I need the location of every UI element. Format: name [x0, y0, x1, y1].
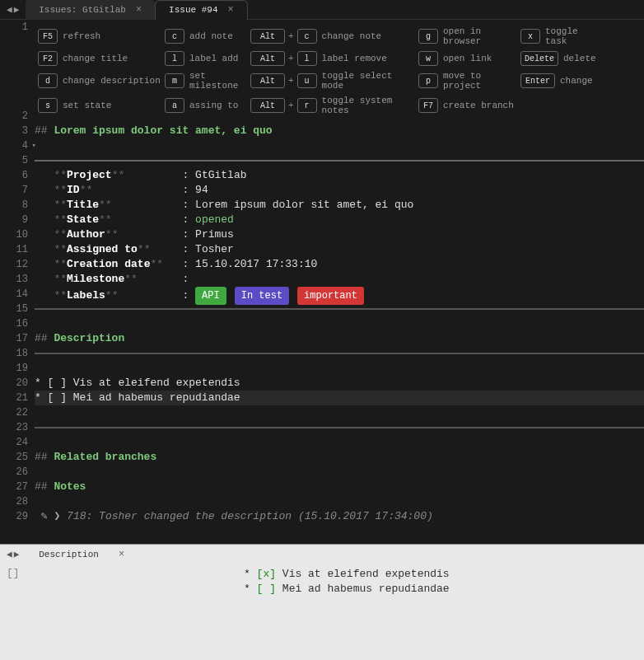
blank-line	[35, 361, 644, 376]
nav-back-icon[interactable]: ◀	[7, 4, 12, 15]
shortcut-item: Alt+rtoggle system notes	[250, 96, 415, 115]
shortcut-label: change	[560, 76, 593, 86]
horizontal-rule	[35, 346, 644, 361]
line-number: 13	[0, 272, 28, 287]
label-badge[interactable]: important	[297, 287, 364, 305]
shortcut-label: toggle system notes	[322, 96, 415, 115]
shortcut-label: assing to	[189, 101, 238, 110]
shortcut-label: change note	[322, 31, 382, 41]
line-number: 10	[0, 227, 28, 242]
shortcut-label: open link	[443, 54, 492, 63]
shortcut-item: pmove to project	[418, 71, 517, 91]
shortcut-label: change description	[63, 76, 161, 86]
shortcut-item: xtoggle task	[520, 26, 603, 46]
field-created: **Creation date** : 15.10.2017 17:33:10	[35, 257, 644, 272]
shortcut-item: F7create branch	[418, 96, 517, 115]
horizontal-rule	[35, 420, 644, 435]
field-author: **Author** : Primus	[35, 227, 644, 242]
tab-label: Issues: GtGitlab	[39, 5, 126, 15]
editor-content[interactable]: F5refreshcadd noteAlt+cchange notegopen …	[35, 20, 644, 544]
keyboard-key: m	[165, 73, 184, 88]
shortcut-item: Alt+cchange note	[250, 26, 415, 46]
task-item[interactable]: * [x] Vis at eleifend expetendis	[244, 567, 450, 582]
tab-description[interactable]: Description ×	[26, 545, 138, 564]
shortcut-label: open in browser	[443, 26, 517, 46]
shortcut-item: wopen link	[418, 51, 517, 66]
keyboard-key: Alt	[250, 51, 285, 66]
close-icon[interactable]: ×	[136, 4, 142, 16]
keyboard-key: a	[165, 98, 184, 113]
editor[interactable]: 1 2 3 4 5 6 7 8 9 10 11 12 13 14 15 16 1…	[0, 20, 644, 544]
keyboard-key: l	[297, 51, 317, 66]
shortcut-item: F5refresh	[38, 26, 161, 46]
line-number: 1	[0, 20, 28, 109]
shortcut-palette: F5refreshcadd noteAlt+cchange notegopen …	[35, 20, 644, 124]
line-number: 4	[0, 138, 28, 153]
close-icon[interactable]: ×	[228, 4, 234, 16]
line-number: 9	[0, 213, 28, 227]
line-number: 28	[0, 494, 28, 509]
line-number: 14	[0, 287, 28, 302]
nav-forward-icon[interactable]: ▶	[14, 4, 20, 15]
keyboard-key: F2	[38, 51, 58, 66]
tab-issue-94[interactable]: Issue #94 ×	[155, 0, 248, 20]
keyboard-key: g	[418, 29, 438, 44]
keyboard-key: d	[38, 73, 58, 88]
keyboard-key: c	[165, 29, 184, 44]
shortcut-label: delete	[563, 54, 596, 63]
lower-pane[interactable]: [] * [x] Vis at eleifend expetendis * [ …	[0, 564, 644, 660]
line-number: 23	[0, 420, 28, 435]
line-number: 17	[0, 331, 28, 346]
keyboard-key: l	[165, 51, 184, 66]
nav-arrows: ◀ ▶	[0, 549, 26, 559]
label-badge[interactable]: API	[195, 287, 226, 305]
blank-line	[35, 138, 644, 153]
shortcut-label: label add	[189, 54, 238, 63]
line-number: 21	[0, 391, 28, 405]
shortcut-label: toggle select mode	[322, 71, 415, 91]
shortcut-item: cadd note	[165, 26, 247, 46]
pencil-icon: ✎	[41, 510, 48, 522]
shortcut-label: toggle task	[545, 26, 603, 46]
line-number: 22	[0, 405, 28, 420]
keyboard-key: Delete	[520, 51, 558, 66]
line-number: 19	[0, 361, 28, 376]
shortcut-label: refresh	[63, 31, 100, 41]
line-number: 15	[0, 302, 28, 316]
blank-line	[35, 524, 644, 539]
task-item[interactable]: * [ ] Vis at eleifend expetendis	[35, 376, 644, 391]
label-badge[interactable]: In test	[235, 287, 289, 305]
shortcut-label: set milestone	[189, 71, 247, 91]
top-tab-bar: ◀ ▶ Issues: GtGitlab × Issue #94 ×	[0, 0, 644, 20]
keyboard-key: Alt	[250, 73, 285, 88]
line-number: 25	[0, 450, 28, 465]
shortcut-item: sset state	[38, 96, 161, 115]
keyboard-key: F7	[418, 98, 438, 113]
line-number: 12	[0, 257, 28, 272]
note-entry[interactable]: ✎ ❯ 718: Tosher changed the description …	[35, 509, 644, 524]
issue-title-heading: ## Lorem ipsum dolor sit amet, ei quo	[35, 124, 644, 138]
buffer-marker: []	[7, 567, 40, 597]
shortcut-item: Alt+llabel remove	[250, 51, 415, 66]
blank-line	[35, 405, 644, 420]
tab-label: Issue #94	[169, 5, 217, 15]
line-number: 26	[0, 465, 28, 480]
line-number: 8	[0, 198, 28, 213]
line-number: 11	[0, 242, 28, 257]
keyboard-key: Alt	[250, 29, 285, 44]
close-icon[interactable]: ×	[119, 549, 124, 560]
shortcut-item: aassing to	[165, 96, 247, 115]
shortcut-item	[520, 96, 603, 115]
shortcut-item: Enterchange	[520, 71, 603, 91]
shortcut-label: add note	[189, 31, 233, 41]
task-item[interactable]: * [ ] Mei ad habemus repudiandae	[244, 582, 450, 597]
shortcut-item: F2change title	[38, 51, 161, 66]
task-item[interactable]: * [ ] Mei ad habemus repudiandae	[35, 391, 644, 405]
tab-issues[interactable]: Issues: GtGitlab ×	[26, 0, 155, 20]
nav-forward-icon[interactable]: ▶	[14, 549, 20, 559]
tab-label: Description	[39, 550, 99, 559]
keyboard-key: s	[38, 98, 58, 113]
shortcut-label: label remove	[322, 54, 387, 63]
tabs: Issues: GtGitlab × Issue #94 ×	[26, 0, 644, 20]
nav-back-icon[interactable]: ◀	[7, 549, 12, 559]
